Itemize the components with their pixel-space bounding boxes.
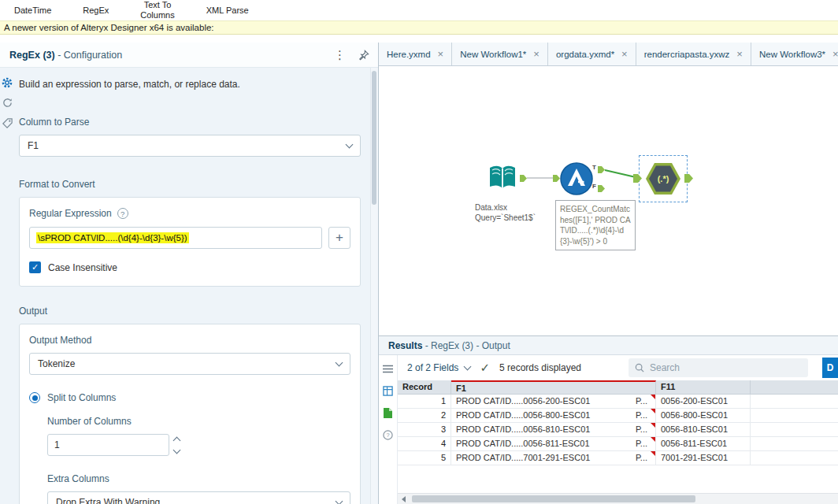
results-header: Results - RegEx (3) - Output xyxy=(379,336,838,355)
results-horizontal-scrollbar[interactable] xyxy=(398,493,838,504)
search-icon xyxy=(635,363,644,372)
spinner-up-icon[interactable] xyxy=(173,436,181,444)
column-header-record[interactable]: Record xyxy=(398,380,451,394)
table-row[interactable]: 2 PROD CAT/ID.....0056-800-ESC01 P... 00… xyxy=(398,409,838,423)
tab-close-icon[interactable]: × xyxy=(438,49,444,59)
tab-close-icon[interactable]: × xyxy=(621,49,628,59)
filter-tool-annotation[interactable]: REGEX_CountMatches([F1],' PROD CAT\/ID..… xyxy=(555,200,636,250)
truncation-marker-icon xyxy=(651,423,655,428)
f11-value: 7001-291-ESC01 xyxy=(656,451,751,465)
record-number: 5 xyxy=(398,451,451,465)
workflow-tab-3[interactable]: rendercriapasta.yxwz × xyxy=(636,43,751,65)
tab-close-icon[interactable]: × xyxy=(533,49,540,59)
regular-expression-value: \sPROD CAT\/ID.....(\d{4}-\d{3}-\w{5}) xyxy=(36,232,189,243)
scroll-left-icon[interactable] xyxy=(398,494,409,504)
workflow-canvas[interactable]: T F (.*) Data.xlsx Query=`Sheet1$` xyxy=(379,66,838,335)
f1-cell: PROD CAT/ID.....7001-291-ESC01 P... xyxy=(451,451,656,465)
table-row[interactable]: 4 PROD CAT/ID.....0056-811-ESC01 P... 00… xyxy=(398,437,838,451)
overflow-menu-icon[interactable]: ⋮ xyxy=(334,49,346,61)
data-button[interactable]: D xyxy=(822,358,838,378)
help-circle-icon[interactable]: ? xyxy=(381,428,395,442)
f1-value: PROD CAT/ID.....0056-811-ESC01 xyxy=(456,439,590,449)
palette-tool-regex[interactable]: RegEx xyxy=(83,6,109,16)
tool-palette-bar: DateTime RegEx Text To Columns XML Parse xyxy=(0,0,838,20)
table-row[interactable]: 5 PROD CAT/ID.....7001-291-ESC01 P... 70… xyxy=(398,451,838,465)
regex-tool[interactable]: (.*) xyxy=(644,160,682,198)
config-scrollbar-thumb[interactable] xyxy=(372,71,376,205)
workflow-tab-label: New Workflow1* xyxy=(460,50,526,59)
record-number: 2 xyxy=(398,409,451,422)
f1-cell: PROD CAT/ID.....0056-811-ESC01 P... xyxy=(451,437,656,450)
f11-value: 0056-200-ESC01 xyxy=(656,395,751,408)
table-row[interactable]: 3 PROD CAT/ID.....0056-810-ESC01 P... 00… xyxy=(398,423,838,437)
spinner-down-icon[interactable] xyxy=(173,446,181,454)
help-icon[interactable]: ? xyxy=(117,208,128,219)
config-title-suffix: - Configuration xyxy=(55,50,122,61)
tab-close-icon[interactable]: × xyxy=(832,49,838,59)
filter-tool[interactable] xyxy=(559,161,594,196)
output-method-label: Output Method xyxy=(29,335,350,346)
table-view-icon[interactable] xyxy=(381,384,395,398)
extra-columns-label: Extra Columns xyxy=(47,473,350,484)
workflow-tab-1[interactable]: New Workflow1* × xyxy=(452,43,548,65)
workflow-tab-label: Here.yxmd xyxy=(387,50,431,59)
case-insensitive-label: Case Insensitive xyxy=(48,262,117,273)
palette-tool-datetime[interactable]: DateTime xyxy=(14,6,51,16)
configuration-panel: RegEx (3) - Configuration ⋮ xyxy=(0,43,379,504)
apply-filter-icon[interactable]: ✓ xyxy=(480,361,490,375)
extra-columns-value: Drop Extra With Warning xyxy=(56,497,160,504)
scrollbar-thumb[interactable] xyxy=(412,495,695,502)
workflow-tab-0[interactable]: Here.yxmd × xyxy=(379,43,452,65)
fields-dropdown[interactable]: 2 of 2 Fields xyxy=(407,362,470,373)
column-to-parse-value: F1 xyxy=(28,140,39,151)
data-page-icon[interactable] xyxy=(381,406,395,420)
column-header-f11[interactable]: F11 xyxy=(656,380,751,394)
column-to-parse-dropdown[interactable]: F1 xyxy=(19,135,361,157)
config-tool-name: RegEx (3) xyxy=(9,50,55,61)
config-description: Build an expression to parse, match, or … xyxy=(19,79,361,90)
palette-tool-text-to-columns[interactable]: Text To Columns xyxy=(140,0,174,20)
configuration-tab-icon[interactable] xyxy=(1,76,14,89)
performance-tab-icon[interactable] xyxy=(1,96,14,109)
f11-value: 0056-811-ESC01 xyxy=(656,437,751,450)
input-data-tool[interactable] xyxy=(485,161,520,195)
f1-truncated-value: P... xyxy=(636,424,647,435)
config-scrollbar[interactable] xyxy=(370,68,378,504)
book-icon xyxy=(485,161,520,195)
tab-close-icon[interactable]: × xyxy=(736,49,743,59)
update-notification-bar[interactable]: A newer version of Alteryx Designer x64 … xyxy=(0,20,838,35)
output-section-label: Output xyxy=(19,306,361,317)
regular-expression-label: Regular Expression xyxy=(29,208,112,219)
chevron-down-icon xyxy=(464,363,472,371)
pin-icon[interactable] xyxy=(357,48,370,61)
output-method-dropdown[interactable]: Tokenize xyxy=(29,353,350,375)
workflow-tab-2[interactable]: orgdata.yxmd* × xyxy=(548,43,636,65)
column-header-f1[interactable]: F1 xyxy=(451,380,656,394)
case-insensitive-checkbox[interactable]: ✓ xyxy=(29,261,41,273)
output-method-value: Tokenize xyxy=(38,358,75,369)
f1-value: PROD CAT/ID.....0056-810-ESC01 xyxy=(456,424,590,435)
split-to-columns-radio[interactable] xyxy=(29,392,40,403)
workspace-area: Here.yxmd × New Workflow1* × orgdata.yxm… xyxy=(379,43,838,504)
regular-expression-input[interactable]: \sPROD CAT\/ID.....(\d{4}-\d{3}-\w{5}) xyxy=(29,227,322,249)
results-title: Results xyxy=(388,340,422,351)
truncation-marker-icon xyxy=(651,395,655,399)
table-row[interactable]: 1 PROD CAT/ID.....0056-200-ESC01 P... 00… xyxy=(398,395,838,409)
truncation-marker-icon xyxy=(651,437,655,442)
fields-dropdown-value: 2 of 2 Fields xyxy=(407,362,458,373)
search-input[interactable] xyxy=(650,362,792,373)
results-search-box[interactable] xyxy=(628,358,808,377)
add-expression-button[interactable]: + xyxy=(328,227,350,249)
palette-tool-xml-parse[interactable]: XML Parse xyxy=(206,6,249,16)
input-tool-annotation[interactable]: Data.xlsx Query=`Sheet1$` xyxy=(475,202,546,223)
workflow-tab-4[interactable]: New Workflow3* × xyxy=(751,43,838,65)
number-of-columns-input[interactable] xyxy=(47,434,169,456)
results-main: 2 of 2 Fields ✓ 5 records displayed D xyxy=(398,355,838,504)
extra-columns-dropdown[interactable]: Drop Extra With Warning xyxy=(47,491,350,504)
f1-truncated-value: P... xyxy=(636,453,647,463)
record-number: 1 xyxy=(398,395,451,408)
records-displayed-text: 5 records displayed xyxy=(499,362,581,373)
f1-cell: PROD CAT/ID.....0056-810-ESC01 P... xyxy=(451,423,656,436)
list-view-icon[interactable] xyxy=(381,362,395,376)
annotation-tab-icon[interactable] xyxy=(1,117,14,130)
